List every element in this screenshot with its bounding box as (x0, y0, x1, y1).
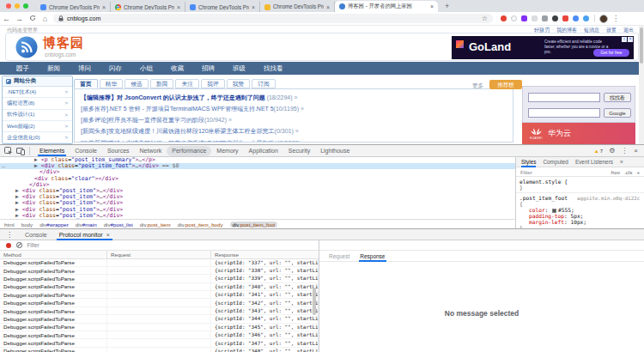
extension-icon[interactable] (511, 15, 517, 21)
huawei-cloud-ad[interactable]: HUAWEI 华为云 (522, 123, 635, 144)
protocol-message-row[interactable]: Debugger.scriptFailedToParse{scriptId: "… (0, 331, 319, 339)
nav-item[interactable]: 收藏 (171, 64, 184, 73)
feed-tab-我评[interactable]: 我评 (201, 79, 225, 88)
rank-badge[interactable]: 推荐榜 (489, 80, 522, 89)
extension-icon[interactable] (542, 15, 548, 21)
column-header-request[interactable]: Request (107, 251, 211, 258)
browser-tab[interactable]: Chrome DevTools Protocol简介× (260, 2, 335, 12)
inspect-element-icon[interactable] (4, 147, 13, 155)
css-selector[interactable]: .post_item_foot (519, 195, 568, 201)
nav-item[interactable]: 小组 (140, 64, 153, 73)
devtools-settings-icon[interactable]: ⚙ (609, 145, 615, 156)
devtools-tab-security[interactable]: Security (283, 145, 315, 156)
color-swatch[interactable] (552, 209, 556, 213)
minimize-window-icon[interactable] (15, 3, 20, 9)
google-search-input[interactable] (528, 108, 600, 118)
breadcrumb-item[interactable]: div#wrapper (39, 222, 69, 228)
styles-toggle[interactable]: .cls (624, 169, 632, 175)
protocol-filter-input[interactable]: Filter (27, 242, 39, 248)
maximize-window-icon[interactable] (23, 3, 28, 9)
headline-link[interactable]: [新闻头条]攻克地狱级难度！川藏铁路拉林段120座桥梁主体工程全部完工(0/30… (75, 125, 513, 137)
breadcrumb-item[interactable]: html (4, 222, 15, 228)
nav-item[interactable]: 新闻 (47, 64, 60, 73)
column-header-response[interactable]: Response (211, 251, 319, 258)
stylesheet-link[interactable]: aggsite.min.e0q-di22c:1 (577, 196, 641, 201)
ad-close-icon[interactable]: × (628, 37, 633, 42)
devtools-close-icon[interactable]: × (634, 145, 638, 156)
feed-tab-我赞[interactable]: 我赞 (227, 79, 251, 88)
goland-cta-button[interactable]: Get for free (593, 49, 629, 57)
devtools-tab-elements[interactable]: Elements (34, 145, 70, 156)
column-header-method[interactable]: Method (0, 251, 107, 258)
category-item[interactable]: 软件设计(1)> (3, 110, 72, 121)
home-icon[interactable]: ⌂ (39, 15, 52, 23)
feed-tab-关注[interactable]: 关注 (175, 79, 199, 88)
extension-icon[interactable] (583, 15, 589, 21)
devtools-menu-icon[interactable]: ⋮ (621, 145, 628, 156)
styles-tab-event-listeners[interactable]: Event Listeners (575, 157, 613, 167)
detail-tab-request[interactable]: Request (325, 251, 354, 262)
new-tab-button[interactable]: + (445, 2, 449, 10)
table-scrollbar-thumb[interactable] (313, 288, 316, 315)
nav-item[interactable]: 招聘 (202, 64, 215, 73)
drawer-menu-icon[interactable]: ⋮ (6, 231, 13, 239)
site-search-input[interactable] (528, 93, 600, 102)
breadcrumb-item[interactable]: div.post_item (140, 222, 171, 228)
tab-close-icon[interactable]: × (177, 4, 180, 10)
protocol-message-row[interactable]: Debugger.scriptFailedToParse{scriptId: "… (0, 275, 319, 282)
close-window-icon[interactable] (6, 3, 11, 9)
nav-item[interactable]: 博问 (78, 64, 91, 73)
breadcrumb-item[interactable]: body (21, 222, 33, 228)
feed-tab-新闻[interactable]: 新闻 (150, 79, 174, 88)
breadcrumb-item[interactable]: div.post_item_foot (230, 222, 278, 228)
styles-tab-computed[interactable]: Computed (543, 157, 568, 167)
reload-icon[interactable] (26, 15, 39, 23)
feed-tab-候选[interactable]: 候选 (125, 79, 149, 88)
forward-icon[interactable]: → (13, 15, 26, 23)
styles-tab-styles[interactable]: Styles (521, 157, 536, 167)
browser-tab[interactable]: 博客园 - 开发者的网上家园× (335, 1, 438, 12)
device-toolbar-icon[interactable] (16, 147, 25, 155)
category-item[interactable]: 企业信息化(0)> (3, 132, 72, 143)
devtools-tab-lighthouse[interactable]: Lighthouse (315, 145, 355, 156)
headline-link[interactable]: [最多推荐].NET 5 尝鲜 - 开源项目TerminalMACS WPF管理… (75, 103, 513, 114)
devtools-tab-network[interactable]: Network (135, 145, 167, 156)
tab-close-icon[interactable]: × (252, 4, 255, 10)
drawer-tab-console[interactable]: Console (19, 229, 53, 240)
css-selector[interactable]: element.style { (519, 179, 568, 185)
ad-info-icon[interactable]: i (622, 37, 627, 42)
devtools-tab-memory[interactable]: Memory (211, 145, 243, 156)
protocol-message-row[interactable]: Debugger.scriptFailedToParse{scriptId: "… (0, 291, 319, 299)
extension-icon[interactable] (573, 15, 579, 21)
styles-tab-»[interactable]: » (620, 157, 623, 167)
page-scrollbar[interactable] (639, 26, 644, 144)
browser-tab[interactable]: Chrome DevTools Protocol× (36, 2, 111, 12)
css-property[interactable]: color: #555; (519, 207, 641, 213)
dom-tree-row[interactable]: <div class="clear"></div> (0, 176, 515, 182)
page-scrollbar-thumb[interactable] (640, 27, 643, 64)
headline-link[interactable]: [最多评论]程序员不能一直停留在重学习的阶段(10/942) » (75, 114, 513, 125)
category-item[interactable]: .NET技术(4)> (3, 87, 72, 98)
styles-toggle[interactable]: :hov (610, 169, 620, 175)
protocol-message-row[interactable]: Debugger.scriptFailedToParse{scriptId: "… (0, 348, 319, 352)
devtools-tab-performance[interactable]: Performance (167, 146, 211, 156)
goland-ad[interactable]: GoLand Create efficient and reliable cod… (452, 36, 634, 59)
nav-item[interactable]: 找找看 (264, 64, 283, 73)
breadcrumb-item[interactable]: div#post_list (104, 222, 133, 228)
tab-close-icon[interactable]: × (326, 4, 330, 10)
css-property[interactable]: margin-left: 10px; (519, 219, 641, 225)
feed-tab-精华[interactable]: 精华 (100, 79, 124, 88)
css-property[interactable]: padding-top: 5px; (519, 213, 641, 219)
tab-close-icon[interactable]: × (430, 3, 434, 9)
extension-icon[interactable] (521, 15, 527, 21)
protocol-message-row[interactable]: Debugger.scriptFailedToParse{scriptId: "… (0, 283, 319, 291)
tab-close-icon[interactable]: × (102, 4, 106, 10)
record-icon[interactable] (6, 243, 11, 248)
clear-icon[interactable] (16, 242, 22, 248)
protocol-message-row[interactable]: Debugger.scriptFailedToParse{scriptId: "… (0, 259, 319, 267)
protocol-message-row[interactable]: Debugger.scriptFailedToParse{scriptId: "… (0, 315, 319, 323)
feed-tab-首页[interactable]: 首页 (74, 79, 98, 88)
protocol-message-row[interactable]: Debugger.scriptFailedToParse{scriptId: "… (0, 267, 319, 275)
extension-icon[interactable] (532, 15, 538, 21)
category-item[interactable]: 编程语言(8)> (3, 98, 72, 109)
